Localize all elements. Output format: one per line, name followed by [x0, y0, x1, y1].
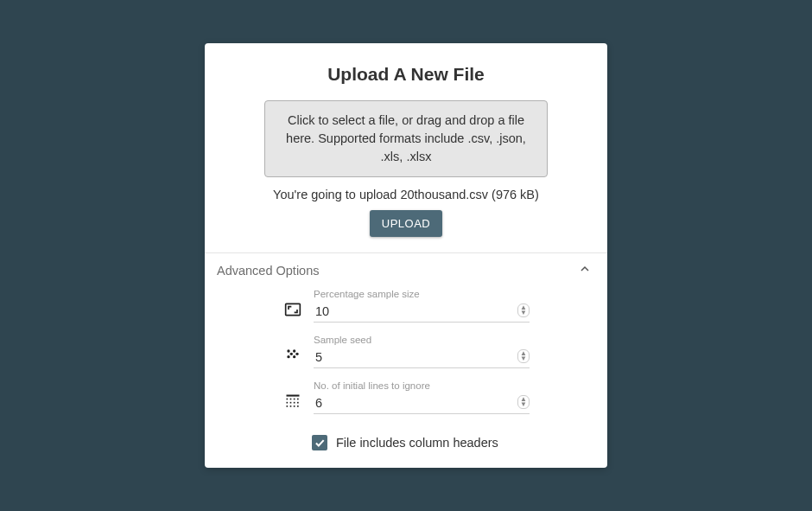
chevron-up-icon [578, 262, 592, 278]
svg-rect-12 [290, 402, 292, 404]
page-title: Upload A New File [205, 64, 607, 85]
upload-status-text: You're going to upload 20thousand.csv (9… [205, 188, 607, 201]
svg-rect-14 [297, 402, 299, 404]
svg-point-1 [293, 349, 295, 352]
svg-point-5 [293, 355, 295, 358]
svg-rect-9 [294, 399, 295, 400]
svg-rect-18 [297, 406, 299, 407]
svg-point-3 [295, 353, 298, 355]
border-top-icon [284, 393, 301, 412]
sample-size-stepper[interactable]: ▲▼ [517, 303, 530, 317]
svg-rect-6 [287, 395, 300, 397]
sample-seed-row: Sample seed ▲▼ [220, 335, 592, 368]
check-icon [314, 437, 326, 449]
svg-rect-7 [287, 399, 289, 400]
sample-seed-input[interactable] [314, 348, 530, 368]
upload-button[interactable]: UPLOAD [370, 210, 442, 237]
advanced-options-toggle[interactable]: Advanced Options [205, 253, 607, 284]
headers-checkbox-label: File includes column headers [336, 436, 498, 450]
skip-lines-input[interactable] [314, 394, 530, 414]
sample-size-label: Percentage sample size [314, 289, 530, 299]
grain-icon [284, 347, 301, 367]
headers-checkbox-row: File includes column headers [312, 435, 592, 450]
upload-card: Upload A New File Click to select a file… [205, 43, 607, 468]
svg-point-2 [290, 353, 293, 355]
file-dropzone[interactable]: Click to select a file, or drag and drop… [264, 100, 548, 177]
sample-seed-label: Sample seed [314, 335, 530, 345]
sample-size-row: Percentage sample size ▲▼ [220, 289, 592, 323]
advanced-options-panel: Percentage sample size ▲▼ Sample seed ▲▼ [205, 289, 607, 450]
svg-rect-11 [287, 402, 289, 404]
svg-rect-15 [287, 406, 289, 407]
skip-lines-label: No. of initial lines to ignore [314, 380, 530, 391]
sample-size-input[interactable] [314, 303, 530, 323]
headers-checkbox[interactable] [312, 435, 327, 450]
svg-rect-16 [290, 406, 292, 407]
skip-lines-row: No. of initial lines to ignore ▲▼ [220, 380, 592, 414]
svg-rect-17 [294, 406, 295, 407]
aspect-ratio-icon [284, 301, 301, 321]
svg-rect-8 [290, 399, 292, 400]
svg-point-4 [287, 355, 289, 358]
svg-point-0 [287, 349, 289, 352]
sample-seed-stepper[interactable]: ▲▼ [517, 349, 530, 363]
svg-rect-10 [297, 399, 299, 400]
advanced-options-label: Advanced Options [217, 264, 320, 278]
skip-lines-stepper[interactable]: ▲▼ [517, 395, 530, 409]
svg-rect-13 [294, 402, 295, 404]
